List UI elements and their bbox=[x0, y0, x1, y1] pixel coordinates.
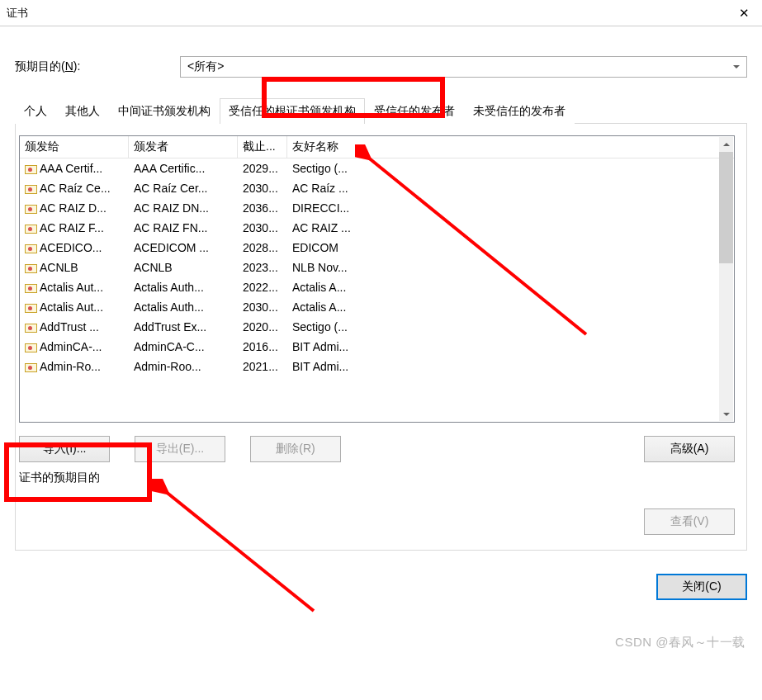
cell-friendly-name: BIT Admi... bbox=[287, 337, 734, 357]
close-button[interactable]: 关闭(C) bbox=[656, 574, 747, 600]
cell-issued-to: AC RAIZ F... bbox=[20, 218, 129, 238]
watermark: CSDN @春风～十一载 bbox=[615, 635, 745, 650]
table-row[interactable]: AC RAIZ D...AC RAIZ DN...2036...DIRECCI.… bbox=[20, 198, 734, 218]
cert-icon bbox=[25, 282, 36, 292]
cell-issued-to: AAA Certif... bbox=[20, 158, 129, 178]
cert-icon bbox=[25, 302, 36, 312]
cell-issued-by: AdminCA-C... bbox=[129, 337, 238, 357]
cell-issued-by: Actalis Auth... bbox=[129, 277, 238, 297]
cell-expiry: 2023... bbox=[238, 258, 287, 277]
tab-trusted-publishers[interactable]: 受信任的发布者 bbox=[365, 98, 464, 124]
cell-friendly-name: DIRECCI... bbox=[287, 198, 734, 218]
cell-expiry: 2030... bbox=[238, 218, 287, 238]
cert-icon bbox=[25, 163, 36, 173]
list-rows: AAA Certif...AAA Certific...2029...Secti… bbox=[20, 158, 734, 376]
cell-issued-by: ACEDICOM ... bbox=[129, 238, 238, 258]
cell-issued-by: AC RAIZ FN... bbox=[129, 218, 238, 238]
scrollbar[interactable] bbox=[719, 137, 733, 421]
import-button[interactable]: 导入(I)... bbox=[19, 436, 110, 462]
cell-friendly-name: Actalis A... bbox=[287, 297, 734, 317]
window-title: 证书 bbox=[7, 6, 726, 21]
cert-list: 颁发给 颁发者 截止... 友好名称 AAA Certif...AAA Cert… bbox=[19, 135, 735, 423]
cell-issued-to: Actalis Aut... bbox=[20, 297, 129, 317]
dialog-content: 预期目的(N): <所有> 个人 其他人 中间证书颁发机构 受信任的根证书颁发机… bbox=[0, 26, 762, 615]
scroll-up-icon[interactable] bbox=[719, 137, 733, 151]
cert-icon bbox=[25, 223, 36, 233]
purpose-value: <所有> bbox=[187, 59, 224, 74]
purpose-select[interactable]: <所有> bbox=[180, 56, 747, 78]
cell-friendly-name: Sectigo (... bbox=[287, 317, 734, 337]
cell-issued-by: Actalis Auth... bbox=[129, 297, 238, 317]
cell-issued-to: AC RAIZ D... bbox=[20, 198, 129, 218]
cell-issued-to: ACNLB bbox=[20, 258, 129, 277]
table-row[interactable]: AC Raíz Ce...AC Raíz Cer...2030...AC Raí… bbox=[20, 178, 734, 198]
cert-icon bbox=[25, 183, 36, 193]
cert-icon bbox=[25, 362, 36, 371]
column-issued-to[interactable]: 颁发给 bbox=[20, 136, 129, 158]
remove-button[interactable]: 删除(R) bbox=[250, 436, 341, 462]
cell-friendly-name: AC Raíz ... bbox=[287, 178, 734, 198]
view-button[interactable]: 查看(V) bbox=[644, 508, 735, 535]
column-issued-by[interactable]: 颁发者 bbox=[129, 136, 238, 158]
table-row[interactable]: Actalis Aut...Actalis Auth...2030...Acta… bbox=[20, 297, 734, 317]
close-row: 关闭(C) bbox=[15, 551, 747, 608]
cell-issued-to: AC Raíz Ce... bbox=[20, 178, 129, 198]
scroll-thumb[interactable] bbox=[719, 152, 733, 263]
cell-expiry: 2029... bbox=[238, 158, 287, 178]
intended-purpose-label: 证书的预期目的 bbox=[19, 471, 735, 485]
cell-expiry: 2030... bbox=[238, 178, 287, 198]
cell-friendly-name: AC RAIZ ... bbox=[287, 218, 734, 238]
table-row[interactable]: AAA Certif...AAA Certific...2029...Secti… bbox=[20, 158, 734, 178]
cell-friendly-name: NLB Nov... bbox=[287, 258, 734, 277]
purpose-row: 预期目的(N): <所有> bbox=[15, 56, 747, 78]
tab-intermediate-ca[interactable]: 中间证书颁发机构 bbox=[109, 98, 220, 124]
tab-panel: 颁发给 颁发者 截止... 友好名称 AAA Certif...AAA Cert… bbox=[15, 124, 747, 551]
table-row[interactable]: ACNLBACNLB2023...NLB Nov... bbox=[20, 258, 734, 277]
cell-friendly-name: Sectigo (... bbox=[287, 158, 734, 178]
table-row[interactable]: Admin-Ro...Admin-Roo...2021...BIT Admi..… bbox=[20, 357, 734, 376]
cert-icon bbox=[25, 342, 36, 352]
export-button[interactable]: 导出(E)... bbox=[135, 436, 225, 462]
cell-issued-by: ACNLB bbox=[129, 258, 238, 277]
advanced-button[interactable]: 高级(A) bbox=[644, 436, 735, 462]
table-row[interactable]: ACEDICO...ACEDICOM ...2028...EDICOM bbox=[20, 238, 734, 258]
column-friendly-name[interactable]: 友好名称 bbox=[287, 136, 734, 158]
cell-expiry: 2030... bbox=[238, 297, 287, 317]
tab-trusted-root-ca[interactable]: 受信任的根证书颁发机构 bbox=[220, 98, 365, 124]
tab-personal[interactable]: 个人 bbox=[15, 98, 56, 124]
cell-issued-by: AAA Certific... bbox=[129, 158, 238, 178]
cell-expiry: 2022... bbox=[238, 277, 287, 297]
column-expiry[interactable]: 截止... bbox=[238, 136, 287, 158]
table-row[interactable]: Actalis Aut...Actalis Auth...2022...Acta… bbox=[20, 277, 734, 297]
cell-issued-by: AddTrust Ex... bbox=[129, 317, 238, 337]
cell-issued-by: Admin-Roo... bbox=[129, 357, 238, 376]
table-row[interactable]: AdminCA-...AdminCA-C...2016...BIT Admi..… bbox=[20, 337, 734, 357]
cell-issued-to: AddTrust ... bbox=[20, 317, 129, 337]
cell-friendly-name: Actalis A... bbox=[287, 277, 734, 297]
close-icon[interactable]: ✕ bbox=[726, 0, 762, 26]
table-row[interactable]: AddTrust ...AddTrust Ex...2020...Sectigo… bbox=[20, 317, 734, 337]
cell-expiry: 2021... bbox=[238, 357, 287, 376]
cell-issued-to: ACEDICO... bbox=[20, 238, 129, 258]
cell-expiry: 2028... bbox=[238, 238, 287, 258]
cert-icon bbox=[25, 322, 36, 332]
cert-icon bbox=[25, 262, 36, 272]
action-buttons: 导入(I)... 导出(E)... 删除(R) 高级(A) bbox=[19, 423, 735, 466]
cell-issued-to: Admin-Ro... bbox=[20, 357, 129, 376]
cert-icon bbox=[25, 243, 36, 253]
cell-issued-to: AdminCA-... bbox=[20, 337, 129, 357]
tab-untrusted-publishers[interactable]: 未受信任的发布者 bbox=[464, 98, 575, 124]
cell-expiry: 2016... bbox=[238, 337, 287, 357]
tab-others[interactable]: 其他人 bbox=[56, 98, 109, 124]
titlebar: 证书 ✕ bbox=[0, 0, 762, 26]
list-header: 颁发给 颁发者 截止... 友好名称 bbox=[20, 136, 734, 158]
scroll-down-icon[interactable] bbox=[719, 407, 733, 421]
tab-bar: 个人 其他人 中间证书颁发机构 受信任的根证书颁发机构 受信任的发布者 未受信任… bbox=[15, 97, 747, 124]
table-row[interactable]: AC RAIZ F...AC RAIZ FN...2030...AC RAIZ … bbox=[20, 218, 734, 238]
view-row: 查看(V) bbox=[19, 485, 735, 542]
cert-icon bbox=[25, 203, 36, 213]
cell-friendly-name: EDICOM bbox=[287, 238, 734, 258]
cell-issued-by: AC Raíz Cer... bbox=[129, 178, 238, 198]
cell-friendly-name: BIT Admi... bbox=[287, 357, 734, 376]
purpose-label: 预期目的(N): bbox=[15, 59, 180, 74]
